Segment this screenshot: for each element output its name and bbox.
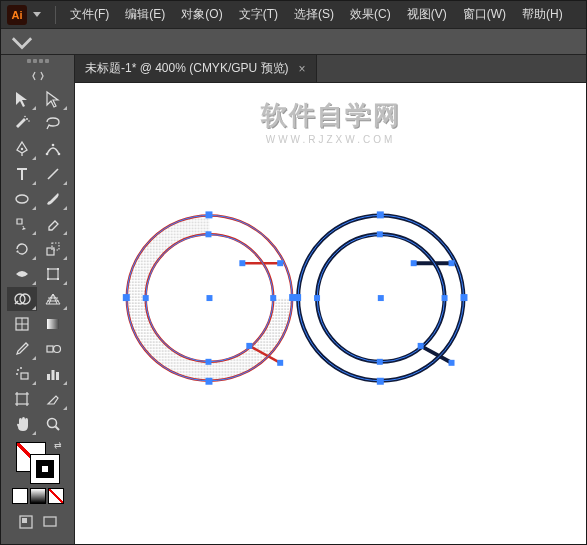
- svg-rect-48: [205, 359, 211, 365]
- tools-column-toggle[interactable]: [28, 69, 48, 83]
- menu-file[interactable]: 文件(F): [62, 2, 117, 27]
- svg-rect-49: [143, 295, 149, 301]
- app-menu-dropdown-icon[interactable]: [33, 12, 41, 17]
- svg-point-3: [21, 148, 23, 150]
- document-area: 未标题-1* @ 400% (CMYK/GPU 预览) × 软件自学网 WWW.…: [75, 55, 586, 545]
- scale-tool[interactable]: [38, 237, 68, 261]
- free-transform-tool[interactable]: [38, 262, 68, 286]
- menu-view[interactable]: 视图(V): [399, 2, 455, 27]
- symbol-sprayer-tool[interactable]: [7, 362, 37, 386]
- draw-mode-button[interactable]: [15, 512, 37, 532]
- menu-type[interactable]: 文字(T): [231, 2, 286, 27]
- svg-rect-47: [205, 231, 211, 237]
- svg-point-4: [46, 153, 49, 156]
- selection-tool[interactable]: [7, 87, 37, 111]
- menu-window[interactable]: 窗口(W): [455, 2, 514, 27]
- hand-tool[interactable]: [7, 412, 37, 436]
- blend-tool[interactable]: [38, 337, 68, 361]
- svg-rect-67: [377, 359, 383, 365]
- rotate-tool[interactable]: [7, 237, 37, 261]
- svg-rect-55: [206, 295, 212, 301]
- tools-panel-grip[interactable]: [18, 59, 58, 65]
- slice-tool[interactable]: [38, 387, 68, 411]
- svg-rect-9: [47, 248, 54, 255]
- width-tool[interactable]: [7, 262, 37, 286]
- options-expand-icon[interactable]: [11, 33, 33, 51]
- menu-object[interactable]: 对象(O): [173, 2, 230, 27]
- artboard-tool[interactable]: [7, 387, 37, 411]
- svg-rect-50: [270, 295, 276, 301]
- svg-rect-71: [449, 260, 455, 266]
- fill-stroke-swatch[interactable]: ⇄: [16, 442, 60, 484]
- svg-point-6: [52, 144, 55, 147]
- svg-rect-68: [314, 295, 320, 301]
- document-tab[interactable]: 未标题-1* @ 400% (CMYK/GPU 预览) ×: [75, 55, 317, 82]
- left-ring-anchors: [123, 211, 296, 384]
- brush-tool[interactable]: [38, 187, 68, 211]
- svg-rect-26: [47, 374, 50, 380]
- menu-edit[interactable]: 编辑(E): [117, 2, 173, 27]
- direct-selection-tool[interactable]: [38, 87, 68, 111]
- svg-rect-43: [205, 211, 212, 218]
- tool-grid: [7, 87, 68, 436]
- svg-rect-14: [47, 278, 49, 280]
- svg-rect-15: [57, 278, 59, 280]
- mesh-tool[interactable]: [7, 312, 37, 336]
- swap-fill-stroke-icon[interactable]: ⇄: [54, 440, 62, 450]
- type-tool[interactable]: [7, 162, 37, 186]
- svg-point-8: [16, 195, 28, 203]
- main-area: ⇄ 未标题-1* @ 400% (CMYK/GPU 预览) × 软件自: [1, 55, 586, 545]
- stroke-swatch[interactable]: [30, 454, 60, 484]
- eraser-tool[interactable]: [38, 212, 68, 236]
- magic-wand-tool[interactable]: [7, 112, 37, 136]
- close-tab-icon[interactable]: ×: [299, 62, 306, 76]
- svg-rect-19: [47, 319, 59, 329]
- color-mode-none[interactable]: [48, 488, 64, 504]
- artwork: [75, 83, 586, 545]
- document-tab-label: 未标题-1* @ 400% (CMYK/GPU 预览): [85, 60, 289, 77]
- svg-point-5: [58, 153, 61, 156]
- tools-panel: ⇄: [1, 55, 75, 545]
- menu-separator: [55, 6, 56, 24]
- svg-rect-51: [239, 260, 245, 266]
- menu-select[interactable]: 选择(S): [286, 2, 342, 27]
- shape-builder-tool[interactable]: [7, 287, 37, 311]
- color-mode-solid[interactable]: [12, 488, 28, 504]
- line-segment-tool[interactable]: [38, 162, 68, 186]
- svg-rect-70: [411, 260, 417, 266]
- svg-rect-12: [47, 268, 49, 270]
- shaper-tool[interactable]: [7, 212, 37, 236]
- menu-effect[interactable]: 效果(C): [342, 2, 399, 27]
- gradient-tool[interactable]: [38, 312, 68, 336]
- svg-point-1: [24, 116, 26, 118]
- eyedropper-tool[interactable]: [7, 337, 37, 361]
- svg-point-0: [26, 118, 28, 120]
- svg-rect-64: [294, 294, 301, 301]
- svg-rect-54: [277, 360, 283, 366]
- svg-rect-66: [377, 231, 383, 237]
- svg-rect-11: [48, 269, 58, 279]
- menu-help[interactable]: 帮助(H): [514, 2, 571, 27]
- column-graph-tool[interactable]: [38, 362, 68, 386]
- screen-mode-button[interactable]: [39, 512, 61, 532]
- svg-rect-10: [52, 243, 59, 250]
- svg-rect-20: [47, 346, 53, 352]
- svg-rect-27: [52, 370, 55, 380]
- svg-rect-34: [44, 517, 56, 526]
- svg-point-24: [20, 367, 22, 369]
- zoom-tool[interactable]: [38, 412, 68, 436]
- svg-rect-45: [123, 294, 130, 301]
- svg-rect-53: [246, 343, 252, 349]
- canvas[interactable]: 软件自学网 WWW.RJZXW.COM: [75, 83, 586, 545]
- svg-rect-52: [277, 260, 283, 266]
- svg-rect-69: [442, 295, 448, 301]
- lasso-tool[interactable]: [38, 112, 68, 136]
- pen-tool[interactable]: [7, 137, 37, 161]
- color-mode-gradient[interactable]: [30, 488, 46, 504]
- app-logo-text: Ai: [12, 9, 23, 21]
- svg-point-25: [16, 373, 18, 375]
- perspective-grid-tool[interactable]: [38, 287, 68, 311]
- document-tab-bar: 未标题-1* @ 400% (CMYK/GPU 预览) ×: [75, 55, 586, 83]
- rectangle-tool[interactable]: [7, 187, 37, 211]
- curvature-tool[interactable]: [38, 137, 68, 161]
